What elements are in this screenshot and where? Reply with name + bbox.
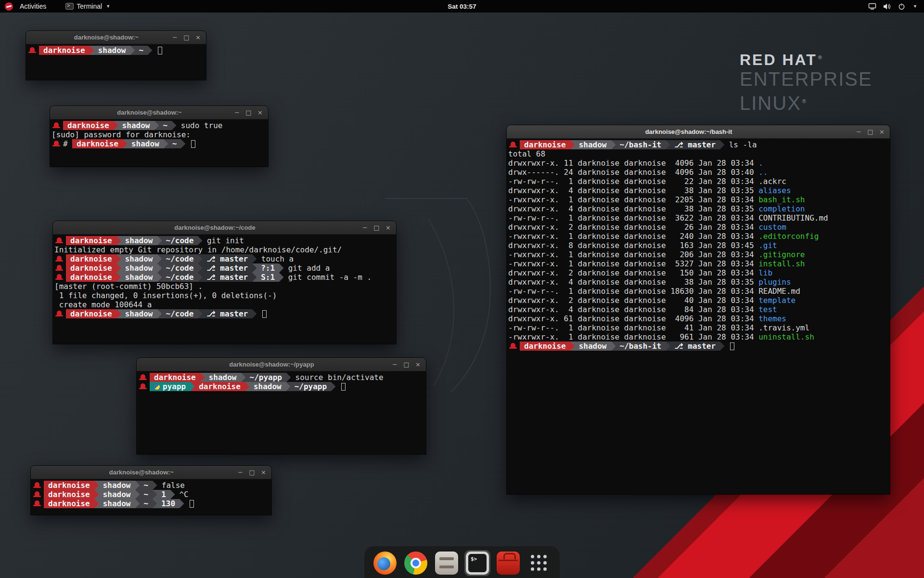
system-menu-caret-icon[interactable]: ▼ — [913, 4, 917, 9]
minimize-button[interactable]: − — [361, 222, 369, 234]
window-titlebar[interactable]: darknoise@shadow:~−□× — [31, 466, 271, 479]
redhat-prompt-icon — [55, 265, 63, 271]
terminal-cursor — [341, 383, 346, 391]
python-icon — [154, 384, 160, 390]
prompt-segment: ⎇ master — [202, 254, 252, 263]
terminal-line: drwxrwxr-x. 4 darknoise darknoise 38 Jan… — [508, 186, 888, 195]
terminal-text: touch a — [257, 254, 294, 263]
terminal-cursor — [262, 310, 267, 318]
window-titlebar[interactable]: darknoise@shadow:~/pyapp−□× — [137, 358, 426, 371]
prompt-segment: darknoise — [520, 140, 570, 149]
window-titlebar[interactable]: darknoise@shadow:~−□× — [26, 31, 206, 44]
terminal-window-home-2[interactable]: darknoise@shadow:~−□×darknoiseshadow~ fa… — [31, 466, 271, 515]
prompt-segment: shadow — [121, 236, 157, 245]
terminal-window-pyapp[interactable]: darknoise@shadow:~/pyapp−□×darknoiseshad… — [137, 358, 426, 454]
close-button[interactable]: × — [385, 222, 392, 234]
close-button[interactable]: × — [878, 126, 886, 138]
terminal-content[interactable]: darknoiseshadow~ sudo true[sudo] passwor… — [50, 119, 268, 167]
terminal-text: 1 file changed, 0 insertions(+), 0 delet… — [54, 291, 277, 300]
terminal-content[interactable]: darknoiseshadow~/bash-it⎇ master ls -lat… — [507, 139, 890, 494]
powerline-separator-icon — [135, 490, 140, 499]
terminal-content[interactable]: darknoiseshadow~/pyapp source bin/activa… — [137, 371, 426, 454]
terminal-line: darknoiseshadow~/pyapp source bin/activa… — [138, 373, 424, 382]
terminal-window-bash-it[interactable]: darknoise@shadow:~/bash-it−□×darknoisesh… — [507, 125, 890, 494]
clock[interactable]: Sat 03:57 — [0, 3, 924, 10]
close-button[interactable]: × — [257, 106, 264, 119]
terminal-text: create mode 100644 a — [54, 300, 152, 309]
redhat-prompt-icon — [33, 491, 41, 498]
powerline-separator-icon — [94, 499, 99, 508]
chrome-dock-icon[interactable] — [404, 552, 427, 575]
activities-button[interactable]: Activities — [16, 1, 50, 12]
powerline-separator-icon — [170, 490, 175, 499]
terminal-line: darknoiseshadow~ sudo true — [51, 121, 267, 130]
powerline-separator-icon — [90, 46, 94, 55]
minimize-button[interactable]: − — [233, 106, 241, 119]
terminal-content[interactable]: darknoiseshadow~ — [26, 44, 206, 80]
powerline-separator-icon — [157, 254, 162, 263]
display-icon[interactable] — [868, 3, 876, 10]
terminal-text: drwxrwxr-x. 4 darknoise darknoise 84 Jan… — [508, 305, 758, 314]
prompt-segment: darknoise — [66, 273, 116, 282]
prompt-segment: shadow — [121, 309, 157, 318]
file-name: themes — [758, 314, 786, 323]
maximize-button[interactable]: □ — [373, 222, 380, 234]
window-titlebar[interactable]: darknoise@shadow:~/bash-it−□× — [507, 125, 890, 139]
powerline-separator-icon — [181, 139, 185, 148]
powerline-separator-icon — [157, 309, 162, 318]
volume-icon[interactable] — [883, 3, 891, 10]
terminal-content[interactable]: darknoiseshadow~/code git initInitialize… — [53, 235, 396, 344]
prompt-segment: shadow — [99, 481, 135, 490]
maximize-button[interactable]: □ — [248, 466, 256, 479]
close-button[interactable]: × — [260, 466, 267, 479]
terminal-dock-icon[interactable] — [466, 552, 489, 575]
prompt-segment: shadow — [121, 263, 157, 273]
terminal-line: darknoiseshadow~1 ^C — [32, 490, 270, 499]
power-icon[interactable] — [898, 3, 905, 10]
terminal-text: source bin/activate — [291, 373, 384, 382]
prompt-segment: darknoise — [72, 139, 123, 148]
window-titlebar[interactable]: darknoise@shadow:~/code−□× — [53, 221, 396, 235]
window-title: darknoise@shadow:~ — [50, 469, 233, 476]
terminal-window-home-1[interactable]: darknoise@shadow:~−□×darknoiseshadow~ — [26, 31, 206, 80]
minimize-button[interactable]: − — [855, 126, 862, 138]
appgrid-dock-icon[interactable] — [527, 552, 551, 575]
prompt-segment: ⎇ master — [670, 342, 720, 351]
terminal-window-sudo[interactable]: darknoise@shadow:~−□×darknoiseshadow~ su… — [50, 106, 268, 167]
window-titlebar[interactable]: darknoise@shadow:~−□× — [50, 106, 268, 119]
powerline-separator-icon — [116, 254, 121, 263]
redhat-prompt-icon — [52, 141, 60, 147]
prompt-segment: 130 — [157, 499, 180, 508]
maximize-button[interactable]: □ — [403, 358, 410, 371]
terminal-content[interactable]: darknoiseshadow~ falsedarknoiseshadow~1 … — [31, 479, 271, 515]
minimize-button[interactable]: − — [237, 466, 244, 479]
firefox-dock-icon[interactable] — [373, 552, 397, 575]
files-dock-icon[interactable] — [435, 552, 458, 575]
window-controls: −□× — [233, 106, 268, 119]
redhat-prompt-icon — [55, 237, 63, 244]
maximize-button[interactable]: □ — [867, 126, 874, 138]
app-menu-terminal[interactable]: Terminal ▼ — [62, 1, 114, 12]
prompt-segment: ~/code — [162, 309, 198, 318]
powerline-separator-icon — [241, 373, 245, 382]
prompt-segment: shadow — [99, 499, 135, 508]
close-button[interactable]: × — [414, 358, 422, 371]
prompt-segment: ~/code — [162, 273, 198, 282]
minimize-button[interactable]: − — [391, 358, 398, 371]
powerline-separator-icon — [116, 263, 121, 273]
close-button[interactable]: × — [194, 31, 202, 44]
terminal-text: ls -la — [724, 140, 757, 149]
file-name: bash_it.sh — [758, 195, 805, 204]
window-title: darknoise@shadow:~/bash-it — [526, 128, 851, 135]
terminal-text: [sudo] password for darknoise: — [51, 130, 191, 139]
prompt-segment: 1 — [157, 490, 170, 499]
minimize-button[interactable]: − — [171, 31, 179, 44]
prompt-segment: darknoise — [44, 490, 94, 499]
powerline-separator-icon — [286, 382, 290, 391]
terminal-text: Initialized empty Git repository in /hom… — [54, 245, 342, 254]
terminal-window-code[interactable]: darknoise@shadow:~/code−□×darknoiseshado… — [53, 221, 396, 344]
toolbox-dock-icon[interactable] — [497, 552, 520, 575]
terminal-line: 1 file changed, 0 insertions(+), 0 delet… — [54, 291, 395, 300]
maximize-button[interactable]: □ — [245, 106, 252, 119]
maximize-button[interactable]: □ — [183, 31, 190, 44]
